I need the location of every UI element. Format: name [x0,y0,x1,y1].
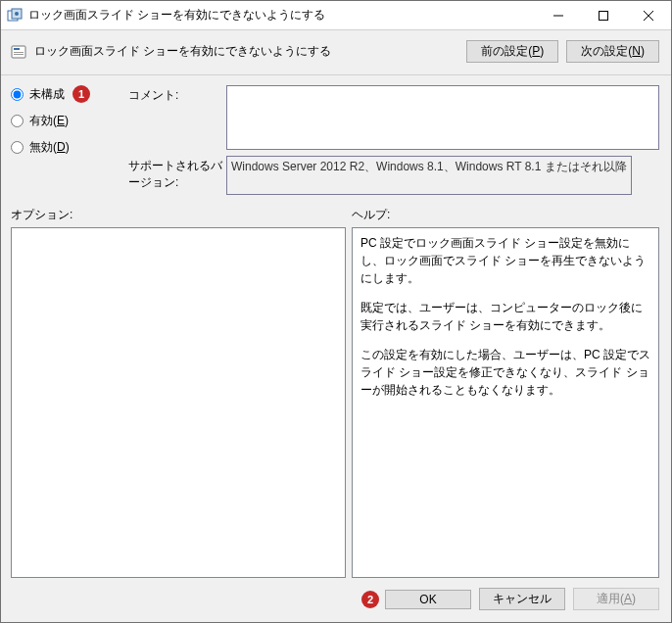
window: ロック画面スライド ショーを有効にできないようにする ロック画面スライド ショー… [0,0,672,623]
state-radio-group: 未構成 1 有効(E) 無効(D) [11,85,128,201]
section-labels: オプション: ヘルプ: [1,207,671,227]
annotation-1: 1 [72,85,90,103]
meta-column: コメント: サポートされるバージョン: Windows Server 2012 … [128,85,659,201]
minimize-button[interactable] [536,1,581,29]
svg-rect-8 [14,48,20,50]
ok-button[interactable]: OK [385,590,471,609]
supported-on-text: Windows Server 2012 R2、Windows 8.1、Windo… [226,156,632,195]
gpedit-icon [7,8,23,24]
help-paragraph: 既定では、ユーザーは、コンピューターのロック後に実行されるスライド ショーを有効… [360,299,650,334]
radio-enabled-label[interactable]: 有効(E) [29,113,69,129]
svg-rect-10 [14,54,24,55]
radio-not-configured[interactable] [11,88,24,101]
radio-enabled[interactable] [11,115,24,127]
window-title: ロック画面スライド ショーを有効にできないようにする [28,7,536,24]
help-paragraph: この設定を有効にした場合、ユーザーは、PC 設定でスライド ショー設定を修正でき… [360,346,650,399]
comment-input[interactable] [226,85,659,150]
svg-rect-9 [14,52,24,53]
options-label: オプション: [11,207,352,223]
radio-disabled-label[interactable]: 無効(D) [29,139,70,156]
footer: 2 OK キャンセル 適用(A) [1,578,671,622]
cancel-button[interactable]: キャンセル [479,588,565,610]
config-area: 未構成 1 有効(E) 無効(D) コメント: サポートされるバージョン: Wi… [1,75,671,207]
maximize-button[interactable] [581,1,626,29]
options-panel [11,227,346,578]
help-panel: PC 設定でロック画面スライド ショー設定を無効にし、ロック画面でスライド ショ… [352,227,659,578]
header-row: ロック画面スライド ショーを有効にできないようにする 前の設定(P) 次の設定(… [1,30,671,75]
close-button[interactable] [626,1,671,29]
panels: PC 設定でロック画面スライド ショー設定を無効にし、ロック画面でスライド ショ… [1,227,671,578]
svg-point-2 [15,12,19,16]
radio-not-configured-label[interactable]: 未構成 [29,86,65,103]
window-controls [536,1,671,29]
policy-icon [11,44,26,60]
apply-button[interactable]: 適用(A) [573,588,659,610]
policy-title: ロック画面スライド ショーを有効にできないようにする [34,43,458,60]
titlebar: ロック画面スライド ショーを有効にできないようにする [1,1,671,30]
svg-rect-4 [600,11,608,20]
radio-disabled[interactable] [11,141,24,154]
supported-label: サポートされるバージョン: [128,156,226,191]
help-label: ヘルプ: [352,207,659,223]
previous-setting-button[interactable]: 前の設定(P) [466,40,558,63]
next-setting-button[interactable]: 次の設定(N) [566,40,659,63]
help-paragraph: PC 設定でロック画面スライド ショー設定を無効にし、ロック画面でスライド ショ… [360,234,650,287]
comment-label: コメント: [128,85,226,104]
annotation-2: 2 [361,591,379,608]
